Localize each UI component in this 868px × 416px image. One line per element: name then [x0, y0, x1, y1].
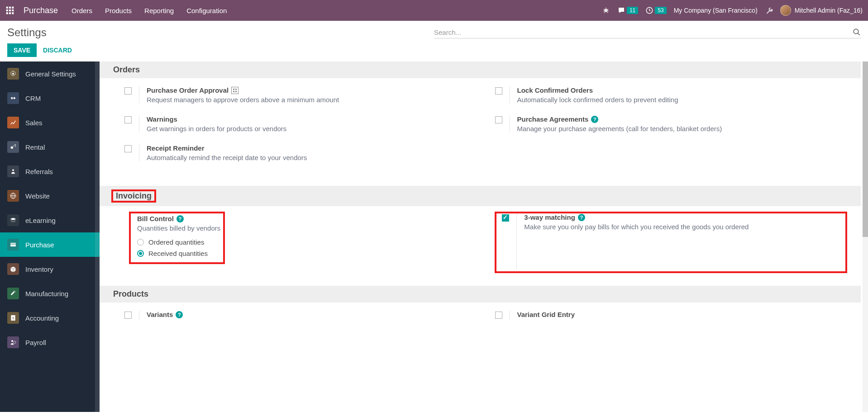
highlight-bill-control: Bill Control? Quantities billed by vendo… — [129, 212, 225, 264]
sidebar-item-label: Manufacturing — [25, 290, 68, 298]
radio-icon — [137, 250, 144, 257]
sidebar-item-label: CRM — [25, 95, 41, 102]
sidebar-item-general[interactable]: General Settings — [0, 61, 100, 86]
svg-rect-32 — [233, 89, 234, 90]
wrench-icon[interactable] — [765, 6, 773, 14]
setting-title: Warnings — [147, 115, 177, 123]
discard-button[interactable]: DISCARD — [43, 47, 72, 54]
nav-orders[interactable]: Orders — [72, 7, 92, 14]
radio-label: Received quantities — [148, 250, 208, 257]
checkbox-warnings[interactable] — [124, 116, 132, 123]
message-badge: 11 — [627, 7, 638, 14]
checkbox-receipt-reminder[interactable] — [124, 145, 132, 152]
sidebar-item-rental[interactable]: Rental — [0, 135, 100, 159]
help-icon[interactable]: ? — [578, 214, 585, 221]
sidebar-item-purchase[interactable]: Purchase — [0, 232, 100, 257]
activities-button[interactable]: 53 — [645, 6, 666, 14]
user-menu[interactable]: Mitchell Admin (Faz_16) — [780, 5, 863, 16]
sidebar-item-website[interactable]: Website — [0, 184, 100, 208]
radio-icon — [137, 239, 144, 246]
nav-products[interactable]: Products — [105, 7, 132, 14]
svg-rect-8 — [12, 12, 14, 14]
svg-rect-0 — [6, 7, 8, 9]
setting-title: Bill Control — [137, 215, 174, 222]
svg-line-16 — [607, 12, 608, 13]
help-icon[interactable]: ? — [176, 215, 184, 222]
sidebar-item-label: Purchase — [25, 241, 54, 249]
svg-rect-7 — [9, 12, 11, 14]
nav-reporting[interactable]: Reporting — [144, 7, 174, 14]
settings-content: Orders Purchase Order Approval Request m… — [100, 61, 868, 412]
messages-button[interactable]: 11 — [617, 6, 638, 14]
card-icon — [7, 239, 19, 251]
sidebar-item-label: Payroll — [25, 339, 46, 346]
setting-title: Receipt Reminder — [147, 144, 205, 152]
section-header-invoicing: Invoicing — [100, 186, 861, 206]
svg-line-12 — [607, 9, 608, 10]
checkbox-variants[interactable] — [124, 312, 132, 319]
bug-icon[interactable] — [602, 6, 610, 14]
sidebar-item-label: Rental — [25, 143, 45, 151]
search-input[interactable] — [434, 28, 853, 36]
nav-configuration[interactable]: Configuration — [186, 7, 227, 14]
svg-rect-33 — [235, 89, 237, 90]
checkbox-purchase-agreements[interactable] — [495, 116, 502, 123]
svg-rect-5 — [12, 9, 14, 11]
company-name[interactable]: My Company (San Francisco) — [674, 7, 758, 14]
help-icon[interactable]: ? — [176, 311, 183, 318]
sidebar-item-referrals[interactable]: Referrals — [0, 159, 100, 184]
apps-icon[interactable] — [5, 6, 14, 15]
svg-rect-4 — [9, 9, 11, 11]
sidebar-item-crm[interactable]: CRM — [0, 86, 100, 110]
svg-rect-35 — [235, 91, 237, 92]
setting-desc: Quantities billed by vendors — [137, 224, 220, 232]
checkbox-variant-grid[interactable] — [495, 312, 502, 319]
sidebar-item-label: Inventory — [25, 265, 53, 273]
setting-title: 3-way matching — [524, 213, 575, 221]
sidebar-item-accounting[interactable]: $Accounting — [0, 306, 100, 330]
setting-variant-grid: Variant Grid Entry — [495, 311, 848, 332]
invoice-icon: $ — [7, 312, 19, 324]
setting-desc: Manage your purchase agreements (call fo… — [517, 125, 722, 132]
svg-point-21 — [11, 147, 13, 149]
sidebar-item-label: Referrals — [25, 168, 53, 175]
radio-received-quantities[interactable]: Received quantities — [137, 250, 220, 257]
setting-purchase-agreements: Purchase Agreements? Manage your purchas… — [495, 115, 848, 144]
sidebar-item-manufacturing[interactable]: Manufacturing — [0, 281, 100, 306]
checkbox-3way-matching[interactable] — [502, 214, 509, 222]
content-scrollbar[interactable] — [863, 61, 868, 412]
setting-desc: Automatically lock confirmed orders to p… — [517, 96, 678, 104]
search-icon[interactable] — [853, 28, 861, 36]
setting-title: Variants — [147, 311, 173, 318]
svg-rect-34 — [233, 91, 234, 92]
clock-icon — [645, 6, 653, 14]
help-icon[interactable]: ? — [591, 116, 598, 123]
svg-point-18 — [854, 29, 858, 34]
checkbox-lock-confirmed[interactable] — [495, 87, 502, 95]
setting-title: Variant Grid Entry — [517, 311, 575, 318]
save-button[interactable]: SAVE — [7, 43, 37, 57]
app-title[interactable]: Purchase — [24, 6, 58, 15]
sidebar-item-sales[interactable]: Sales — [0, 110, 100, 135]
control-panel: Settings SAVE DISCARD — [0, 21, 868, 61]
svg-line-13 — [603, 11, 605, 11]
section-header-orders: Orders — [100, 61, 861, 78]
sidebar-item-label: Website — [25, 192, 50, 200]
setting-warnings: Warnings Get warnings in orders for prod… — [124, 115, 477, 144]
gear-icon — [7, 68, 19, 80]
svg-rect-6 — [6, 12, 8, 14]
svg-rect-1 — [9, 7, 11, 9]
checkbox-po-approval[interactable] — [124, 87, 132, 95]
radio-ordered-quantities[interactable]: Ordered quantities — [137, 238, 220, 246]
setting-desc: Request managers to approve orders above… — [147, 96, 339, 104]
setting-bill-control: Bill Control? Quantities billed by vendo… — [124, 214, 477, 273]
setting-title: Purchase Order Approval — [147, 86, 229, 94]
topbar-right: 11 53 My Company (San Francisco) Mitchel… — [602, 5, 863, 16]
setting-title: Lock Confirmed Orders — [517, 86, 593, 94]
sidebar-scrollbar[interactable] — [95, 61, 100, 412]
sidebar-item-payroll[interactable]: Payroll — [0, 330, 100, 355]
sidebar-item-elearning[interactable]: eLearning — [0, 208, 100, 232]
svg-line-11 — [604, 9, 605, 10]
pay-icon — [7, 336, 19, 348]
sidebar-item-inventory[interactable]: Inventory — [0, 257, 100, 281]
